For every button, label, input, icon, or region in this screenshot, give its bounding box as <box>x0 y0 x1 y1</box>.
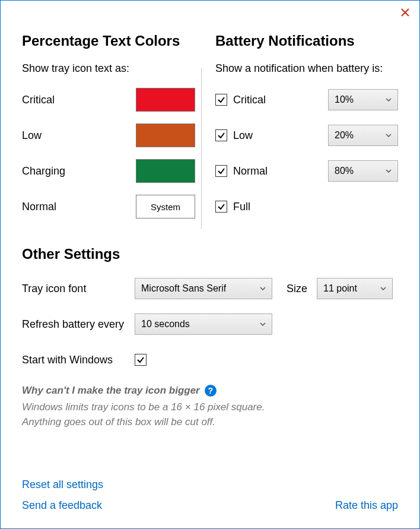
check-icon <box>217 167 225 175</box>
chevron-down-icon <box>379 287 387 290</box>
notif-label: Full <box>233 201 398 213</box>
color-swatch-normal[interactable]: System <box>136 195 195 218</box>
notif-title: Battery Notifications <box>215 33 398 49</box>
settings-window: Percentage Text Colors Show tray icon te… <box>0 0 420 529</box>
font-row: Tray icon font Microsoft Sans Serif Size… <box>22 275 398 302</box>
color-row-critical: Critical <box>22 87 195 113</box>
color-label: Normal <box>22 201 136 213</box>
reset-link[interactable]: Reset all settings <box>22 479 398 491</box>
colors-subtitle: Show tray icon text as: <box>22 62 195 75</box>
notif-row-full: Full <box>215 194 398 220</box>
notif-checkbox-critical[interactable] <box>215 94 227 106</box>
check-icon <box>217 202 225 211</box>
startup-checkbox[interactable] <box>135 354 147 366</box>
colors-section: Percentage Text Colors Show tray icon te… <box>22 33 201 229</box>
notif-row-normal: Normal 80% <box>215 158 398 184</box>
notif-label: Low <box>233 129 328 142</box>
startup-label: Start with Windows <box>22 354 135 366</box>
chevron-down-icon <box>384 134 393 137</box>
notif-checkbox-normal[interactable] <box>215 165 227 177</box>
chevron-down-icon <box>259 322 267 326</box>
rate-link[interactable]: Rate this app <box>335 499 398 512</box>
color-row-low: Low <box>22 122 195 148</box>
size-label: Size <box>287 283 307 295</box>
other-settings-section: Other Settings Tray icon font Microsoft … <box>22 246 398 429</box>
chevron-down-icon <box>384 98 393 102</box>
dropdown-value: 20% <box>335 130 384 141</box>
refresh-dropdown[interactable]: 10 seconds <box>135 313 272 335</box>
notifications-section: Battery Notifications Show a notificatio… <box>201 33 398 229</box>
colors-title: Percentage Text Colors <box>22 33 195 49</box>
notif-subtitle: Show a notification when battery is: <box>215 62 398 75</box>
notif-threshold-critical[interactable]: 10% <box>328 89 398 110</box>
notif-label: Critical <box>233 94 328 106</box>
check-icon <box>217 96 225 104</box>
dropdown-value: Microsoft Sans Serif <box>141 283 259 294</box>
font-dropdown[interactable]: Microsoft Sans Serif <box>135 278 272 299</box>
size-dropdown[interactable]: 11 point <box>317 278 393 299</box>
color-swatch-charging[interactable] <box>136 159 195 183</box>
color-swatch-critical[interactable] <box>136 88 195 112</box>
footer: Reset all settings Send a feedback Rate … <box>22 479 398 512</box>
system-swatch-text: System <box>151 202 180 212</box>
section-divider <box>201 68 202 229</box>
color-label: Low <box>22 129 136 142</box>
close-button[interactable] <box>398 5 412 20</box>
notif-threshold-low[interactable]: 20% <box>328 125 398 146</box>
other-title: Other Settings <box>22 246 398 262</box>
notif-checkbox-low[interactable] <box>215 129 227 141</box>
help-body-line2: Anything goes out of this box will be cu… <box>22 416 215 427</box>
check-icon <box>136 356 145 364</box>
dropdown-value: 11 point <box>323 283 379 294</box>
refresh-row: Refresh battery every 10 seconds <box>22 311 398 337</box>
chevron-down-icon <box>259 287 267 290</box>
notif-row-low: Low 20% <box>215 122 398 148</box>
help-title-row: Why can't I make the tray icon bigger ? <box>22 385 398 397</box>
color-swatch-low[interactable] <box>136 123 195 147</box>
help-icon[interactable]: ? <box>205 385 217 397</box>
notif-label: Normal <box>233 165 328 178</box>
notif-threshold-normal[interactable]: 80% <box>328 160 398 182</box>
close-icon <box>400 8 410 17</box>
notif-checkbox-full[interactable] <box>215 201 227 213</box>
help-block: Why can't I make the tray icon bigger ? … <box>22 385 398 429</box>
feedback-link[interactable]: Send a feedback <box>22 499 102 512</box>
startup-row: Start with Windows <box>22 347 398 373</box>
color-row-normal: Normal System <box>22 194 195 220</box>
color-label: Charging <box>22 165 136 178</box>
dropdown-value: 10% <box>335 94 384 105</box>
dropdown-value: 10 seconds <box>141 319 259 330</box>
dropdown-value: 80% <box>335 166 384 176</box>
font-label: Tray icon font <box>22 283 135 295</box>
color-label: Critical <box>22 94 136 106</box>
help-body-line1: Windows limits tray icons to be a 16 × 1… <box>22 401 265 413</box>
help-body: Windows limits tray icons to be a 16 × 1… <box>22 400 398 429</box>
chevron-down-icon <box>384 169 393 173</box>
help-title-text: Why can't I make the tray icon bigger <box>22 385 200 397</box>
notif-row-critical: Critical 10% <box>215 87 398 113</box>
refresh-label: Refresh battery every <box>22 318 135 331</box>
color-row-charging: Charging <box>22 158 195 184</box>
check-icon <box>217 131 225 140</box>
